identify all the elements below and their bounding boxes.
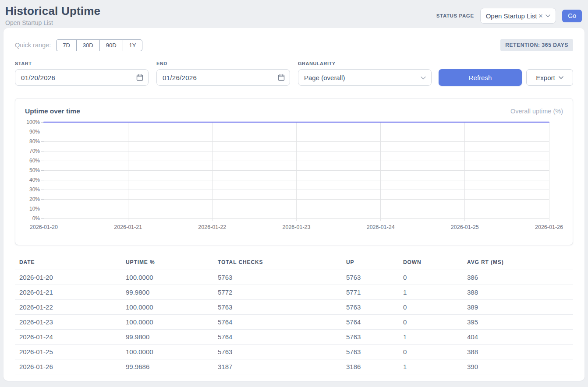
- calendar-icon[interactable]: [136, 74, 143, 81]
- uptime-table: DATEUPTIME %TOTAL CHECKSUPDOWNAVG RT (MS…: [15, 256, 573, 374]
- table-cell: 2026-01-23: [15, 315, 126, 330]
- table-cell: 5763: [346, 300, 403, 315]
- table-cell: 1: [403, 285, 467, 300]
- svg-text:30%: 30%: [29, 186, 40, 193]
- table-cell: 100.0000: [126, 315, 218, 330]
- svg-text:40%: 40%: [29, 177, 40, 183]
- uptime-table-body: 2026-01-20100.00005763576303862026-01-21…: [15, 270, 573, 374]
- range-button-30d[interactable]: 30D: [76, 39, 99, 51]
- chart-legend: Overall uptime (%): [510, 108, 563, 115]
- retention-badge: RETENTION: 365 DAYS: [500, 39, 573, 51]
- go-button[interactable]: Go: [562, 10, 582, 22]
- uptime-chart-card: Uptime over time Overall uptime (%) 0%10…: [15, 98, 573, 245]
- table-cell: 2026-01-25: [15, 345, 126, 359]
- table-cell: 5764: [218, 315, 346, 330]
- table-cell: 0: [403, 345, 467, 359]
- granularity-value: Page (overall): [304, 74, 345, 81]
- table-row: 2026-01-2699.9686318731861390: [15, 359, 573, 374]
- table-cell: 99.9686: [126, 359, 218, 374]
- chart-title: Uptime over time: [25, 107, 80, 115]
- table-row: 2026-01-23100.0000576457640395: [15, 315, 573, 330]
- refresh-button[interactable]: Refresh: [439, 69, 522, 86]
- table-cell: 0: [403, 315, 467, 330]
- status-page-select[interactable]: Open Startup List ✕: [480, 8, 556, 24]
- range-button-1y[interactable]: 1Y: [123, 39, 143, 51]
- uptime-chart-svg: 0%10%20%30%40%50%60%70%80%90%100%2026-01…: [25, 119, 563, 240]
- export-label: Export: [536, 74, 555, 81]
- table-cell: 5763: [218, 300, 346, 315]
- table-cell: 2026-01-26: [15, 359, 126, 374]
- svg-text:20%: 20%: [29, 196, 40, 202]
- chart-header: Uptime over time Overall uptime (%): [25, 107, 563, 115]
- filter-row: START END GRANULARITY Page (overall): [15, 61, 573, 86]
- status-page-label: STATUS PAGE: [436, 13, 474, 18]
- granularity-select[interactable]: Page (overall): [298, 69, 432, 86]
- table-cell: 99.9800: [126, 330, 218, 345]
- column-header: DATE: [15, 256, 126, 270]
- table-cell: 390: [467, 359, 573, 374]
- quick-range-row: Quick range: 7D 30D 90D 1Y RETENTION: 36…: [15, 39, 573, 51]
- svg-text:50%: 50%: [29, 167, 40, 173]
- table-cell: 1: [403, 359, 467, 374]
- page-subtitle: Open Startup List: [5, 19, 100, 26]
- table-row: 2026-01-20100.0000576357630386: [15, 270, 573, 285]
- column-header: DOWN: [403, 256, 467, 270]
- table-row: 2026-01-2199.9800577257711388: [15, 285, 573, 300]
- table-cell: 0: [403, 300, 467, 315]
- start-date-field: START: [15, 61, 149, 86]
- calendar-icon[interactable]: [278, 74, 285, 81]
- table-cell: 0: [403, 270, 467, 285]
- table-cell: 5764: [346, 315, 403, 330]
- column-header: UP: [346, 256, 403, 270]
- page-title: Historical Uptime: [5, 4, 100, 18]
- table-row: 2026-01-22100.0000576357630389: [15, 300, 573, 315]
- chevron-down-icon: [545, 14, 550, 18]
- table-cell: 388: [467, 345, 573, 359]
- start-label: START: [15, 61, 149, 66]
- range-button-7d[interactable]: 7D: [56, 39, 76, 51]
- table-cell: 5764: [218, 330, 346, 345]
- end-label: END: [156, 61, 290, 66]
- column-header: UPTIME %: [126, 256, 218, 270]
- table-row: 2026-01-25100.0000576357630388: [15, 345, 573, 359]
- svg-text:90%: 90%: [29, 129, 40, 135]
- column-header: AVG RT (MS): [467, 256, 573, 270]
- status-page-value: Open Startup List: [486, 12, 537, 20]
- table-row: 2026-01-2499.9800576457631404: [15, 330, 573, 345]
- range-button-group: 7D 30D 90D 1Y: [56, 39, 142, 51]
- table-cell: 2026-01-20: [15, 270, 126, 285]
- granularity-label: GRANULARITY: [298, 61, 432, 66]
- svg-text:0%: 0%: [32, 215, 40, 222]
- clear-selection-icon[interactable]: ✕: [538, 13, 543, 19]
- svg-text:70%: 70%: [29, 148, 40, 154]
- table-cell: 5763: [346, 270, 403, 285]
- uptime-table-container: DATEUPTIME %TOTAL CHECKSUPDOWNAVG RT (MS…: [15, 256, 573, 374]
- end-date-input[interactable]: [156, 69, 290, 86]
- table-cell: 1: [403, 330, 467, 345]
- table-header-row: DATEUPTIME %TOTAL CHECKSUPDOWNAVG RT (MS…: [15, 256, 573, 270]
- chevron-down-icon: [559, 76, 563, 79]
- svg-text:100%: 100%: [26, 119, 40, 125]
- svg-text:2026-01-26: 2026-01-26: [535, 224, 563, 230]
- table-cell: 386: [467, 270, 573, 285]
- table-cell: 395: [467, 315, 573, 330]
- table-cell: 99.9800: [126, 285, 218, 300]
- header-controls: STATUS PAGE Open Startup List ✕ Go: [436, 8, 582, 24]
- granularity-field: GRANULARITY Page (overall): [298, 61, 432, 86]
- table-cell: 100.0000: [126, 300, 218, 315]
- table-cell: 5771: [346, 285, 403, 300]
- quick-range-group: Quick range: 7D 30D 90D 1Y: [15, 39, 142, 51]
- svg-text:2026-01-25: 2026-01-25: [451, 224, 479, 230]
- table-cell: 5763: [346, 345, 403, 359]
- svg-text:10%: 10%: [29, 206, 40, 212]
- column-header: TOTAL CHECKS: [218, 256, 346, 270]
- start-date-input[interactable]: [15, 69, 149, 86]
- svg-text:2026-01-23: 2026-01-23: [283, 224, 311, 230]
- svg-text:2026-01-20: 2026-01-20: [30, 224, 58, 230]
- export-button[interactable]: Export: [526, 69, 573, 86]
- chevron-down-icon: [421, 76, 425, 79]
- range-button-90d[interactable]: 90D: [99, 39, 123, 51]
- title-block: Historical Uptime Open Startup List: [5, 4, 100, 26]
- svg-text:2026-01-21: 2026-01-21: [114, 224, 142, 230]
- table-cell: 2026-01-22: [15, 300, 126, 315]
